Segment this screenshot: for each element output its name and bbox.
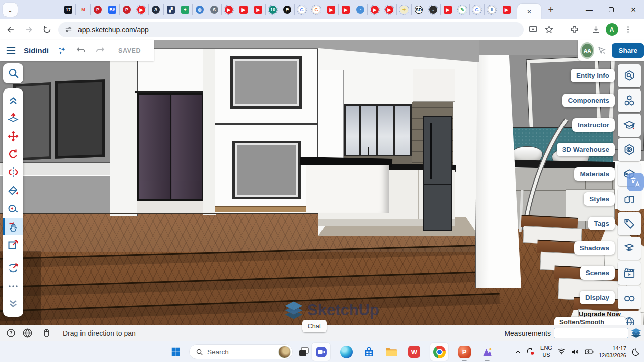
youtube-loading-tab[interactable]: ▶ [134, 4, 149, 15]
edge-icon[interactable] [340, 345, 353, 358]
menu-icon[interactable] [5, 45, 17, 56]
google-2-tab[interactable]: G [470, 4, 485, 15]
sheets-tab[interactable]: + [178, 4, 193, 15]
soften-smooth-panel[interactable]: Soften/Smooth [554, 317, 626, 325]
wps-office-icon[interactable]: W [408, 345, 421, 358]
account-avatar[interactable]: AA [582, 44, 593, 57]
screen-record-icon[interactable] [526, 347, 536, 357]
start-button[interactable] [170, 346, 181, 357]
dark-s-tab[interactable]: Ƨ [149, 4, 164, 15]
pinterest-2-tab[interactable]: P [120, 4, 134, 15]
wifi-icon[interactable] [557, 347, 566, 356]
downloads-icon[interactable] [589, 23, 603, 37]
chat-button[interactable]: Chat [302, 320, 327, 332]
behance-tab[interactable]: Bē [105, 4, 120, 15]
night-mode-moon-icon[interactable] [631, 347, 640, 356]
undo-icon[interactable] [76, 45, 87, 56]
window-maximize-button[interactable] [604, 2, 619, 17]
collapse-down-tool[interactable] [3, 296, 23, 312]
push-pull-tool[interactable] [3, 110, 23, 126]
film-app-tab[interactable]: ▞ [164, 4, 178, 15]
pinterest-tab[interactable]: P [91, 4, 105, 15]
tab-close-icon[interactable]: ✕ [527, 8, 532, 15]
bookmark-star-icon[interactable] [542, 23, 556, 37]
orbit-tool[interactable] [3, 259, 23, 276]
install-app-icon[interactable] [526, 23, 540, 37]
battery-icon[interactable] [584, 347, 594, 357]
youtube-2-tab[interactable]: ▶ [251, 4, 266, 15]
teal-ten-tab[interactable]: 10 [266, 4, 280, 15]
rotate-tool[interactable] [3, 146, 23, 162]
new-tab-button[interactable]: + [544, 3, 557, 16]
share-button[interactable]: Share [612, 43, 644, 58]
geolocation-globe-icon[interactable] [22, 327, 33, 339]
youtube-4-tab[interactable]: ▶ [339, 4, 353, 15]
tradingview-tab[interactable]: 17 [61, 4, 76, 15]
file-explorer-icon[interactable] [385, 345, 398, 358]
dark-loading-tab[interactable]: ◒ [426, 4, 441, 15]
back-button[interactable] [3, 22, 18, 37]
pause-circle-tab[interactable]: ‖ [485, 4, 499, 15]
panel-scenes-button[interactable] [618, 261, 641, 285]
youtube-5-tab[interactable]: ▶ [441, 4, 455, 15]
url-text[interactable]: app.sketchup.com/app [78, 26, 149, 34]
youtube-3-tab[interactable]: ▶ [324, 4, 339, 15]
black-bookmark-tab[interactable]: ⚑ [280, 4, 295, 15]
sd-site-tab[interactable]: SD [412, 4, 426, 15]
microsoft-store-icon[interactable] [362, 345, 375, 358]
window-minimize-button[interactable]: — [582, 2, 597, 17]
youtube-6-tab[interactable]: ▶ [499, 4, 514, 15]
youtube-loading-4-tab[interactable]: ▶ [382, 4, 397, 15]
translate-overlay-icon[interactable] [627, 173, 644, 191]
youtube-loading-3-tab[interactable]: ▶ [368, 4, 382, 15]
tab-overflow-button[interactable]: ⌄ [3, 3, 18, 17]
gmail-tab[interactable]: M [76, 4, 91, 15]
model-viewport[interactable] [0, 40, 644, 325]
active-tab[interactable]: ✕ [517, 4, 541, 19]
panel-shadows-button[interactable] [618, 237, 641, 260]
panel-tags-button[interactable] [618, 212, 641, 235]
browser-menu-icon[interactable] [621, 23, 635, 37]
language-indicator[interactable]: ENG US [540, 345, 552, 359]
google-orange-tab[interactable]: G [309, 4, 324, 15]
panel-components-button[interactable] [618, 89, 641, 112]
green-pencil-tab[interactable]: ✎ [455, 4, 470, 15]
volume-icon[interactable] [571, 347, 580, 356]
bing-daily-image[interactable] [278, 346, 291, 358]
clock[interactable]: 14:17 12/03/2026 [599, 345, 626, 359]
zoom-window-tool[interactable] [3, 236, 23, 253]
chrome-icon[interactable] [430, 343, 448, 361]
move-tool[interactable] [3, 128, 23, 144]
blue-sphere-tab[interactable]: ◔ [353, 4, 368, 15]
panel-3d-warehouse-button[interactable] [618, 138, 641, 161]
help-icon[interactable] [6, 328, 16, 338]
tape-measure-tool[interactable] [3, 200, 23, 217]
pan-tool[interactable] [3, 218, 23, 235]
measurements-input[interactable] [554, 328, 628, 338]
extensions-icon[interactable] [567, 23, 581, 37]
taskbar-search[interactable]: Search [189, 344, 293, 359]
google-tab[interactable]: G [295, 4, 309, 15]
panel-entity-info-button[interactable] [618, 64, 641, 87]
redo-icon[interactable] [95, 45, 105, 56]
pale-yellow-tab[interactable]: ✦ [397, 4, 412, 15]
m-app-icon[interactable] [480, 345, 494, 358]
task-view-icon[interactable] [298, 346, 310, 358]
search-tool[interactable] [3, 63, 23, 83]
paint-bucket-tool[interactable] [3, 182, 23, 199]
panel-instructor-button[interactable] [618, 114, 641, 137]
window-close-button[interactable]: ✕ [626, 2, 641, 17]
model-title[interactable]: Sidindi [24, 46, 49, 55]
powerpoint-icon[interactable]: P [458, 345, 471, 358]
collapse-up-tool[interactable] [3, 92, 23, 108]
hidden-icons-chevron[interactable] [514, 348, 522, 356]
feedback-cursor-icon[interactable] [597, 46, 607, 56]
gray-s-tab[interactable]: S [207, 4, 222, 15]
blue-globe-tab[interactable]: ◍ [193, 4, 207, 15]
youtube-loading-2-tab[interactable]: ▶ [222, 4, 236, 15]
youtube-tab[interactable]: ▶ [236, 4, 251, 15]
profile-avatar[interactable]: A [605, 23, 619, 37]
flip-tool[interactable] [3, 164, 23, 180]
address-bar[interactable]: app.sketchup.com/app [58, 22, 524, 37]
more-tools-tool[interactable] [3, 278, 23, 294]
